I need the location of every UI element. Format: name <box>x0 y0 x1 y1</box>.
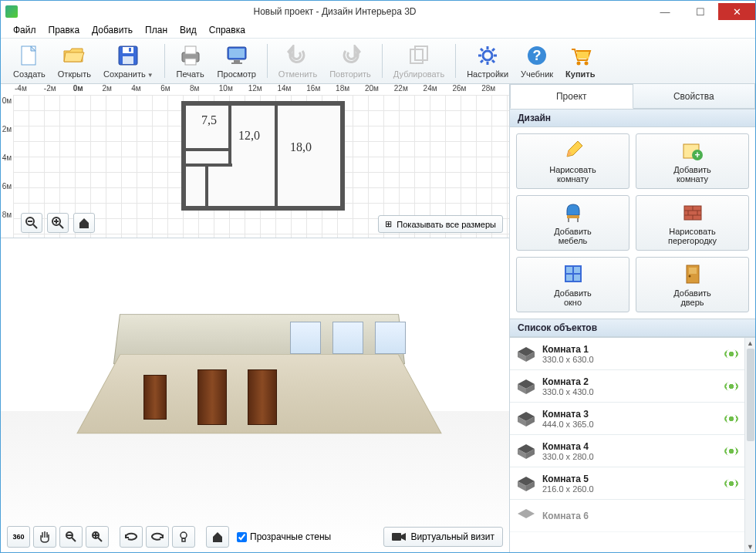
svg-rect-43 <box>182 538 185 541</box>
svg-text:?: ? <box>533 48 542 63</box>
zoom-out-button[interactable] <box>21 213 42 233</box>
zoom-in-button[interactable] <box>47 213 69 233</box>
save-icon <box>116 43 140 68</box>
floorplan[interactable]: 7,5 12,0 18,0 <box>186 106 340 206</box>
open-button[interactable]: Открыть <box>52 42 97 80</box>
draw-room-button[interactable]: Нарисоватькомнату <box>516 133 629 189</box>
rotate-right-button[interactable] <box>146 526 169 548</box>
show-all-sizes-button[interactable]: ⊞ Показывать все размеры <box>378 215 503 233</box>
plan-view-2d[interactable]: -4м-2м0м2м4м6м8м10м12м14м16м18м20м22м24м… <box>1 84 509 238</box>
3d-model[interactable] <box>101 315 417 462</box>
menu-file[interactable]: Файл <box>8 24 41 36</box>
home-button[interactable] <box>73 213 95 233</box>
new-file-icon <box>17 43 42 68</box>
print-icon <box>178 43 203 68</box>
add-door-button[interactable]: Добавитьдверь <box>636 257 749 312</box>
rotate-360-button[interactable]: 360 <box>7 526 30 548</box>
tab-project[interactable]: Проект <box>510 84 633 109</box>
virtual-visit-button[interactable]: Виртуальный визит <box>383 527 503 547</box>
add-window-button[interactable]: Добавитьокно <box>516 257 629 312</box>
tab-properties[interactable]: Свойства <box>633 84 756 108</box>
door-icon <box>681 262 704 285</box>
menu-plan[interactable]: План <box>140 24 172 36</box>
menu-add[interactable]: Добавить <box>87 24 137 36</box>
menu-help[interactable]: Справка <box>204 24 250 36</box>
svg-line-20 <box>492 60 494 62</box>
svg-line-19 <box>481 49 483 51</box>
right-panel: Проект Свойства Дизайн Нарисоватькомнату… <box>510 84 755 552</box>
visibility-toggle[interactable] <box>724 349 738 359</box>
buy-button[interactable]: Купить <box>559 42 601 80</box>
zoom-out-3d-button[interactable] <box>59 526 83 548</box>
svg-line-32 <box>59 224 63 228</box>
preview-button[interactable]: Просмотр <box>211 42 262 80</box>
plan-view-3d[interactable]: 360 Прозрачные стены Виртуальный визит <box>1 238 509 552</box>
list-item[interactable]: Комната 6 <box>510 500 744 532</box>
list-item[interactable]: Комната 2330.0 x 430.0 <box>510 370 744 403</box>
print-button[interactable]: Печать <box>170 42 211 80</box>
monitor-icon <box>224 43 249 68</box>
section-objects: Список объектов <box>510 319 755 337</box>
svg-rect-27 <box>577 52 589 59</box>
chair-icon <box>562 201 585 224</box>
room-label: 18,0 <box>290 140 312 154</box>
svg-text:+: + <box>694 150 700 160</box>
visibility-toggle[interactable] <box>724 447 738 456</box>
settings-button[interactable]: Настройки <box>461 42 515 80</box>
lighting-button[interactable] <box>172 526 195 548</box>
svg-point-26 <box>585 62 589 66</box>
transparent-walls-checkbox[interactable]: Прозрачные стены <box>232 531 336 542</box>
menu-edit[interactable]: Правка <box>44 24 85 36</box>
room-icon <box>516 475 536 492</box>
home-3d-button[interactable] <box>206 526 229 548</box>
menubar: Файл Правка Добавить План Вид Справка <box>1 22 755 38</box>
menu-view[interactable]: Вид <box>175 24 201 36</box>
undo-button[interactable]: Отменить <box>272 42 323 80</box>
list-item[interactable]: Комната 3444.0 x 365.0 <box>510 403 744 435</box>
svg-line-36 <box>72 538 76 541</box>
rotate-left-button[interactable] <box>120 526 143 548</box>
help-button[interactable]: ? Учебник <box>515 42 559 80</box>
scroll-down-button[interactable]: ▼ <box>745 541 755 552</box>
app-icon <box>5 5 18 18</box>
minimize-button[interactable]: — <box>647 3 683 20</box>
add-room-button[interactable]: + Добавитькомнату <box>636 133 749 189</box>
room-icon <box>516 378 536 395</box>
close-button[interactable]: ✕ <box>718 3 755 20</box>
scroll-thumb[interactable] <box>747 349 754 441</box>
svg-rect-12 <box>410 49 423 63</box>
svg-rect-3 <box>123 56 133 64</box>
visibility-toggle[interactable] <box>724 414 738 423</box>
view3d-toolbar: 360 Прозрачные стены Виртуальный визит <box>7 526 503 548</box>
tabs: Проект Свойства <box>510 84 755 109</box>
window-title: Новый проект - Дизайн Интерьера 3D <box>22 6 647 17</box>
duplicate-button[interactable]: Дублировать <box>387 42 451 80</box>
redo-button[interactable]: Повторить <box>323 42 377 80</box>
brick-wall-icon <box>681 201 704 224</box>
visibility-toggle[interactable] <box>724 479 738 488</box>
svg-rect-9 <box>229 49 245 58</box>
scroll-up-button[interactable]: ▲ <box>745 338 755 349</box>
list-item[interactable]: Комната 5216.0 x 260.0 <box>510 467 744 500</box>
vertical-ruler: 0м2м4м6м8м <box>1 95 13 238</box>
separator <box>164 44 165 78</box>
zoom-in-3d-button[interactable] <box>86 526 109 548</box>
create-button[interactable]: Создать <box>7 42 52 80</box>
list-item[interactable]: Комната 4330.0 x 280.0 <box>510 435 744 467</box>
svg-rect-7 <box>185 59 196 65</box>
cart-icon <box>568 43 592 68</box>
add-furniture-button[interactable]: Добавитьмебель <box>516 195 629 251</box>
save-button[interactable]: Сохранить▼ <box>97 42 160 80</box>
pan-button[interactable] <box>33 526 56 548</box>
room-icon <box>516 443 536 460</box>
maximize-button[interactable]: ☐ <box>683 3 718 20</box>
list-item[interactable]: Комната 1330.0 x 630.0 <box>510 338 744 370</box>
svg-rect-2 <box>123 47 133 53</box>
room-icon <box>516 410 536 427</box>
draw-partition-button[interactable]: Нарисоватьперегородку <box>636 195 749 251</box>
section-design: Дизайн <box>510 109 755 127</box>
svg-line-39 <box>98 538 102 541</box>
visibility-toggle[interactable] <box>724 382 738 391</box>
toolbar: Создать Открыть Сохранить▼ Печать Просмо… <box>1 38 755 84</box>
scrollbar[interactable]: ▲ ▼ <box>744 338 755 552</box>
